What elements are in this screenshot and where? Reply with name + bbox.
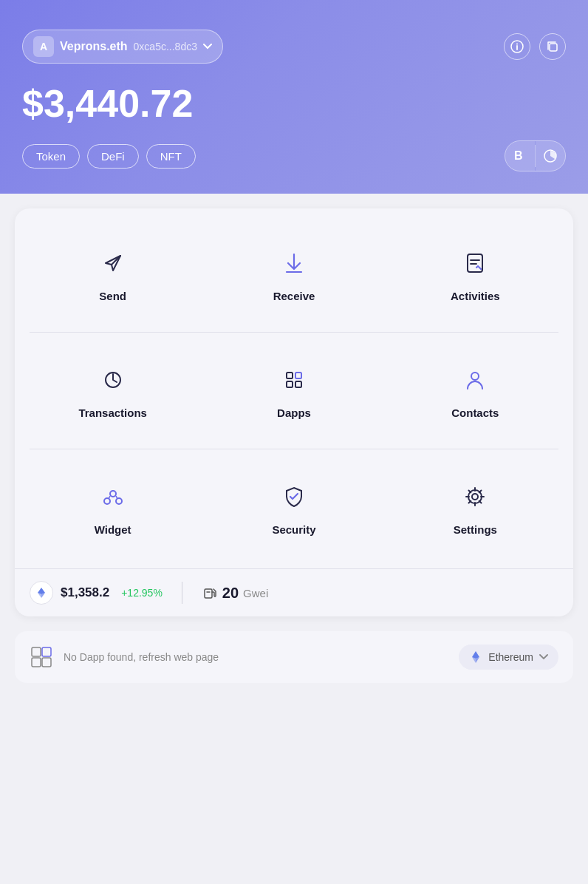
eth-price: $1,358.2 [61, 585, 109, 600]
svg-marker-32 [472, 651, 479, 659]
action-contacts[interactable]: Contacts [385, 347, 566, 434]
widget-label: Widget [95, 523, 131, 536]
action-grid-2: Transactions Dapps Contact [15, 333, 573, 449]
action-transactions[interactable]: Transactions [22, 347, 203, 434]
tab-token[interactable]: Token [22, 144, 80, 169]
svg-rect-31 [42, 658, 51, 667]
ethereum-icon [469, 650, 482, 664]
settings-label: Settings [454, 523, 497, 536]
bottom-bar: $1,358.2 +12.95% 20 Gwei [15, 568, 573, 616]
svg-rect-28 [32, 647, 41, 656]
svg-rect-30 [32, 658, 41, 667]
send-label: Send [99, 290, 126, 302]
gas-unit: Gwei [243, 587, 268, 599]
action-grid: Send Receive Ac [15, 216, 573, 332]
token-logo-chart [536, 141, 565, 171]
tab-nft[interactable]: NFT [146, 144, 196, 169]
copy-button[interactable] [539, 33, 566, 60]
receive-label: Receive [273, 290, 315, 302]
action-widget[interactable]: Widget [22, 464, 203, 551]
gas-value: 20 [222, 585, 239, 602]
send-icon [95, 245, 131, 281]
security-icon [276, 479, 312, 514]
settings-icon [457, 479, 493, 514]
address-bar: A Veprons.eth 0xca5c...8dc3 [22, 30, 566, 64]
eth-change: +12.95% [121, 587, 163, 599]
svg-rect-13 [287, 381, 293, 387]
dapps-icon [276, 362, 312, 398]
info-button[interactable] [504, 33, 530, 60]
dapps-label: Dapps [277, 407, 311, 419]
action-receive[interactable]: Receive [203, 231, 384, 317]
contacts-label: Contacts [451, 407, 499, 419]
svg-point-21 [472, 494, 478, 500]
svg-rect-11 [287, 373, 293, 378]
svg-point-18 [116, 498, 122, 504]
svg-point-16 [110, 491, 116, 497]
svg-rect-29 [42, 647, 51, 656]
svg-line-20 [116, 496, 117, 499]
svg-rect-3 [550, 44, 557, 51]
token-logo-b: B [505, 141, 535, 171]
action-settings[interactable]: Settings [385, 464, 566, 551]
network-chevron-icon [539, 654, 548, 660]
security-label: Security [272, 523, 315, 536]
balance-amount: $3,440.72 [22, 81, 566, 126]
action-security[interactable]: Security [203, 464, 384, 551]
address-pill[interactable]: A Veprons.eth 0xca5c...8dc3 [22, 30, 223, 64]
address-short: 0xca5c...8dc3 [134, 41, 197, 52]
ens-name: Veprons.eth [60, 40, 128, 53]
token-logos: B [505, 140, 566, 171]
activities-icon [457, 245, 493, 281]
svg-point-22 [468, 490, 482, 503]
dapps-banner-icon [30, 645, 53, 669]
bar-divider [182, 582, 182, 604]
receive-icon [276, 245, 312, 281]
svg-point-2 [516, 44, 518, 45]
action-dapps[interactable]: Dapps [203, 347, 384, 434]
network-selector[interactable]: Ethereum [459, 645, 558, 670]
dapp-banner: No Dapp found, refresh web page Ethereum [15, 631, 573, 683]
transactions-label: Transactions [78, 407, 147, 419]
tab-row: Token DeFi NFT B [22, 140, 566, 171]
avatar: A [33, 36, 54, 57]
activities-label: Activities [451, 290, 500, 302]
tab-defi[interactable]: DeFi [87, 144, 139, 169]
svg-line-19 [109, 496, 110, 499]
svg-text:B: B [514, 149, 523, 162]
dapp-text: No Dapp found, refresh web page [64, 651, 448, 663]
header-icons [504, 33, 566, 60]
svg-point-17 [104, 498, 110, 504]
gas-info: 20 Gwei [202, 585, 268, 602]
widget-icon [95, 479, 131, 514]
chevron-down-icon [203, 44, 212, 50]
svg-point-15 [471, 373, 479, 380]
eth-logo [30, 581, 53, 605]
network-label: Ethereum [488, 651, 533, 663]
transactions-icon [95, 362, 131, 398]
contacts-icon [457, 362, 493, 398]
svg-rect-14 [295, 381, 301, 387]
action-grid-3: Widget Security Settings [15, 449, 573, 565]
gas-icon [202, 585, 218, 601]
main-card: Send Receive Ac [15, 208, 573, 616]
action-activities[interactable]: Activities [385, 231, 566, 317]
svg-rect-12 [295, 373, 301, 378]
svg-rect-26 [205, 589, 212, 598]
action-send[interactable]: Send [22, 231, 203, 317]
header-section: A Veprons.eth 0xca5c...8dc3 [0, 0, 588, 194]
